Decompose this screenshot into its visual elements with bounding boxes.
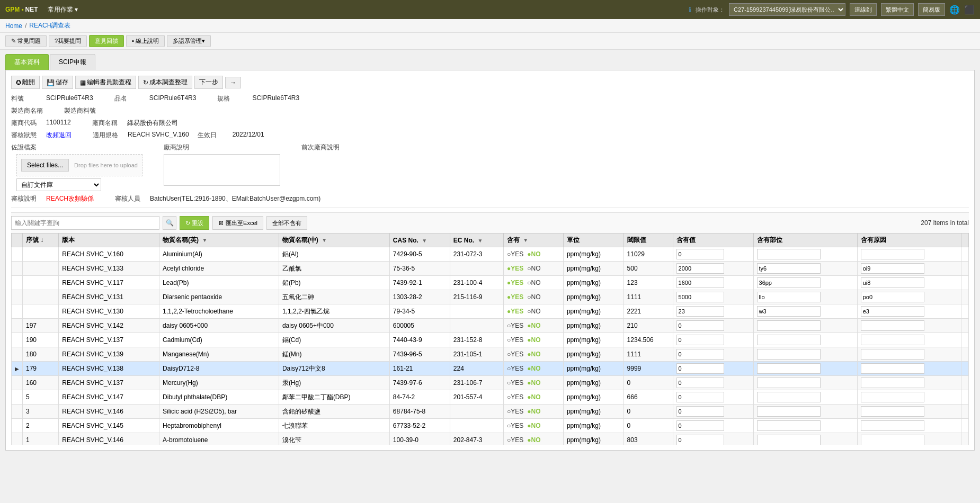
td-value[interactable]: [673, 290, 753, 304]
td-location[interactable]: [753, 419, 857, 433]
value-input[interactable]: [676, 320, 724, 331]
reason-input[interactable]: [861, 320, 924, 331]
table-row[interactable]: 160 REACH SVHC_V.137 Mercury(Hg) 汞(Hg) 7…: [12, 376, 969, 390]
td-value[interactable]: [673, 333, 753, 347]
radio-yes[interactable]: ○YES: [507, 322, 523, 329]
radio-yes[interactable]: ●YES: [507, 308, 523, 315]
td-location[interactable]: [753, 347, 857, 362]
location-input[interactable]: [757, 378, 821, 388]
location-input[interactable]: [757, 263, 821, 274]
radio-yes[interactable]: ○YES: [507, 408, 523, 415]
filter-contain-icon[interactable]: ▼: [523, 237, 528, 243]
btn-all-no[interactable]: 全部不含有: [266, 216, 307, 230]
th-name-en[interactable]: 物質名稱(英) ▼: [159, 233, 279, 247]
btn-multilang[interactable]: 多語系管理▾: [167, 35, 211, 47]
radio-yes[interactable]: ○YES: [507, 422, 523, 429]
reason-input[interactable]: [861, 306, 924, 317]
td-location[interactable]: [753, 319, 857, 333]
reason-input[interactable]: [861, 263, 924, 274]
radio-no[interactable]: ●NO: [527, 365, 540, 372]
location-input[interactable]: [757, 306, 821, 317]
value-input[interactable]: [676, 420, 724, 431]
td-contain[interactable]: ○YES ●NO: [503, 347, 563, 362]
btn-connect[interactable]: 連線到: [850, 3, 877, 16]
btn-feedback[interactable]: 意見回饋: [89, 35, 124, 47]
td-value[interactable]: [673, 405, 753, 419]
value-input[interactable]: [676, 406, 724, 417]
td-reason[interactable]: [857, 362, 961, 376]
btn-lang-trad[interactable]: 繁體中文: [881, 3, 914, 16]
location-input[interactable]: [757, 349, 821, 360]
reason-input[interactable]: [861, 292, 924, 302]
radio-yes[interactable]: ○YES: [507, 379, 523, 387]
table-row[interactable]: 197 REACH SVHC_V.142 daisy 0605+000 dais…: [12, 319, 969, 333]
radio-no[interactable]: ●NO: [527, 336, 540, 344]
td-location[interactable]: [753, 333, 857, 347]
td-reason[interactable]: [857, 290, 961, 304]
value-input[interactable]: [676, 363, 724, 374]
btn-select-files[interactable]: Select files...: [21, 159, 69, 172]
td-contain[interactable]: ○YES ●NO: [503, 247, 563, 262]
reason-input[interactable]: [861, 277, 924, 288]
btn-reset[interactable]: ↻ 重設: [180, 216, 209, 230]
th-ec[interactable]: EC No. ▼: [450, 233, 503, 247]
radio-yes[interactable]: ○YES: [507, 336, 523, 344]
btn-edit-member[interactable]: ▦ 編輯書員動查程: [75, 76, 136, 89]
filter-name-zh-icon[interactable]: ▼: [322, 237, 327, 243]
td-contain[interactable]: ●YES ○NO: [503, 304, 563, 319]
td-contain[interactable]: ○YES ●NO: [503, 319, 563, 333]
value-input[interactable]: [676, 378, 724, 388]
table-row[interactable]: REACH SVHC_V.130 1,1,2,2-Tetrocholoethan…: [12, 304, 969, 319]
td-contain[interactable]: ○YES ●NO: [503, 390, 563, 405]
table-row[interactable]: REACH SVHC_V.160 Aluminium(Al) 鋁(Al) 742…: [12, 247, 969, 262]
table-row[interactable]: 1 REACH SVHC_V.146 A-bromotoluene 溴化苄 10…: [12, 433, 969, 445]
td-reason[interactable]: [857, 333, 961, 347]
location-input[interactable]: [757, 320, 821, 331]
td-reason[interactable]: [857, 276, 961, 290]
td-reason[interactable]: [857, 405, 961, 419]
tab-scip[interactable]: SCIP申報: [50, 54, 95, 70]
td-reason[interactable]: [857, 262, 961, 276]
radio-yes[interactable]: ○YES: [507, 351, 523, 358]
td-value[interactable]: [673, 362, 753, 376]
td-value[interactable]: [673, 319, 753, 333]
radio-no[interactable]: ●NO: [527, 408, 540, 415]
td-location[interactable]: [753, 390, 857, 405]
table-row[interactable]: REACH SVHC_V.131 Diarsenic pentaoxide 五氧…: [12, 290, 969, 304]
filter-ec-icon[interactable]: ▼: [477, 238, 483, 244]
breadcrumb-home[interactable]: Home: [5, 22, 22, 30]
radio-no[interactable]: ●NO: [527, 436, 540, 444]
td-value[interactable]: [673, 304, 753, 319]
td-value[interactable]: [673, 419, 753, 433]
td-contain[interactable]: ○YES ●NO: [503, 433, 563, 445]
operator-select[interactable]: C27-1599237445099[绿易股份有限公...: [729, 3, 845, 16]
td-location[interactable]: [753, 262, 857, 276]
td-contain[interactable]: ●YES ○NO: [503, 262, 563, 276]
radio-no[interactable]: ●NO: [527, 379, 540, 387]
td-location[interactable]: [753, 304, 857, 319]
td-location[interactable]: [753, 433, 857, 445]
vendor-comment-input[interactable]: [164, 154, 280, 186]
td-value[interactable]: [673, 247, 753, 262]
btn-ask[interactable]: ?我要提問: [49, 35, 87, 47]
th-seq[interactable]: 序號 ↓: [23, 233, 59, 247]
radio-no[interactable]: ●NO: [527, 393, 540, 401]
td-location[interactable]: [753, 276, 857, 290]
value-review-status[interactable]: 改頻退回: [46, 131, 72, 140]
radio-no[interactable]: ●NO: [527, 351, 540, 358]
main-menu[interactable]: 常用作業 ▾: [43, 3, 82, 16]
td-value[interactable]: [673, 262, 753, 276]
reason-input[interactable]: [861, 392, 924, 402]
radio-yes[interactable]: ○YES: [507, 393, 523, 401]
td-reason[interactable]: [857, 433, 961, 445]
radio-yes[interactable]: ●YES: [507, 265, 523, 272]
td-location[interactable]: [753, 247, 857, 262]
table-row[interactable]: ▶ 179 REACH SVHC_V.138 DaisyD712-8 Daisy…: [12, 362, 969, 376]
reason-input[interactable]: [861, 420, 924, 431]
th-contain[interactable]: 含有 ▼: [503, 233, 563, 247]
btn-faq[interactable]: ✎ 常見問題: [5, 35, 47, 47]
expand-arrow[interactable]: ▶: [15, 366, 19, 372]
td-contain[interactable]: ○YES ●NO: [503, 419, 563, 433]
search-input[interactable]: [11, 216, 159, 230]
reason-input[interactable]: [861, 335, 924, 345]
